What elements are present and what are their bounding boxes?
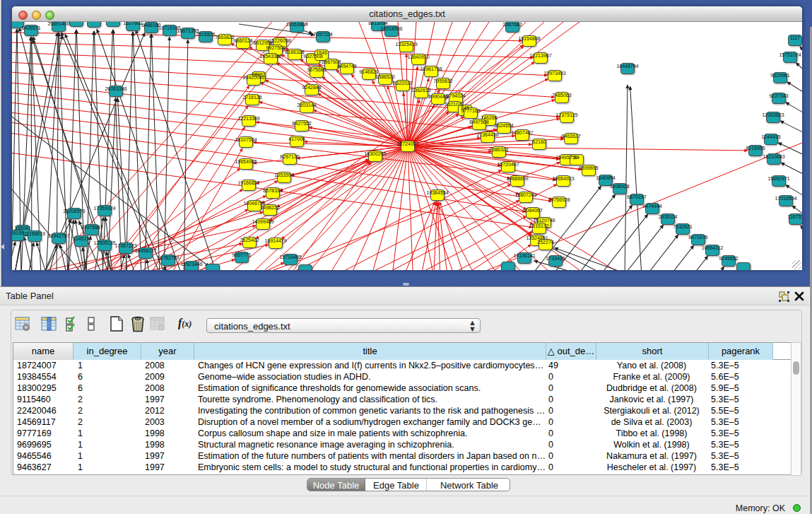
svg-text:7515526: 7515526 (196, 32, 215, 37)
svg-text:1362615: 1362615 (411, 88, 430, 93)
svg-text:3624554: 3624554 (494, 123, 513, 128)
svg-text:7632621: 7632621 (673, 224, 692, 229)
svg-text:9860124: 9860124 (233, 38, 252, 43)
svg-text:3084067: 3084067 (523, 208, 542, 213)
svg-text:16961758: 16961758 (420, 66, 442, 71)
svg-text:252274: 252274 (537, 240, 553, 245)
svg-text:1615132: 1615132 (529, 223, 548, 228)
svg-text:19654923: 19654923 (552, 176, 574, 181)
svg-text:7386322: 7386322 (489, 147, 508, 152)
svg-text:12942757: 12942757 (47, 233, 69, 238)
svg-text:12923446: 12923446 (180, 262, 202, 267)
svg-text:16210643: 16210643 (763, 154, 784, 159)
svg-text:10654112: 10654112 (702, 245, 724, 250)
svg-text:8990448: 8990448 (428, 94, 447, 99)
svg-text:8267130: 8267130 (280, 154, 299, 159)
svg-text:9329961: 9329961 (770, 73, 789, 78)
svg-text:3675685: 3675685 (307, 67, 326, 72)
svg-text:16107554: 16107554 (235, 137, 257, 142)
svg-text:12213369: 12213369 (237, 116, 259, 121)
svg-text:2687682: 2687682 (502, 22, 522, 27)
svg-text:10807487: 10807487 (511, 130, 533, 135)
svg-text:417006: 417006 (288, 136, 305, 141)
svg-text:13325419: 13325419 (395, 42, 417, 47)
svg-text:15692971: 15692971 (767, 176, 789, 181)
svg-text:19218506: 19218506 (380, 26, 402, 31)
svg-text:1353594: 1353594 (274, 173, 293, 177)
svg-text:6879197: 6879197 (627, 194, 646, 199)
svg-text:20206576: 20206576 (63, 209, 85, 214)
svg-text:7955812: 7955812 (433, 78, 452, 83)
svg-text:17016504: 17016504 (775, 196, 796, 201)
svg-text:21364436: 21364436 (476, 132, 498, 137)
svg-text:20691406: 20691406 (47, 22, 69, 26)
svg-text:1546: 1546 (316, 50, 327, 55)
svg-text:6497568: 6497568 (469, 119, 488, 124)
svg-text:18300295: 18300295 (364, 151, 386, 156)
svg-text:2718126: 2718126 (242, 95, 261, 100)
svg-text:16543382: 16543382 (259, 54, 281, 59)
svg-text:1640954: 1640954 (596, 175, 615, 180)
svg-text:15751024: 15751024 (779, 52, 801, 57)
svg-text:7663822: 7663822 (215, 35, 234, 40)
svg-text:6794024: 6794024 (446, 93, 465, 98)
svg-text:39159: 39159 (12, 230, 24, 235)
svg-text:8454749: 8454749 (337, 64, 356, 69)
svg-text:19384554: 19384554 (426, 190, 448, 195)
svg-text:1498222: 1498222 (260, 205, 279, 210)
svg-text:12213967: 12213967 (529, 53, 551, 58)
svg-text:1244415: 1244415 (761, 134, 780, 139)
svg-text:16120746: 16120746 (533, 218, 555, 223)
svg-text:9463627: 9463627 (561, 134, 580, 139)
svg-text:62160: 62160 (532, 139, 546, 144)
svg-text:10053809: 10053809 (286, 22, 307, 27)
svg-text:14099489: 14099489 (252, 219, 273, 224)
svg-text:7485063: 7485063 (552, 93, 571, 98)
svg-text:1588520: 1588520 (375, 74, 394, 79)
svg-text:26053346: 26053346 (105, 86, 126, 91)
svg-text:13640910: 13640910 (407, 54, 429, 59)
svg-text:64: 64 (574, 155, 579, 160)
svg-text:9245652: 9245652 (719, 256, 738, 261)
svg-text:30975867: 30975867 (81, 225, 102, 230)
svg-text:10958117: 10958117 (135, 248, 157, 253)
svg-text:5322037: 5322037 (393, 81, 412, 86)
svg-text:14136141: 14136141 (513, 253, 535, 258)
svg-text:335081: 335081 (14, 226, 30, 230)
svg-text:10973493: 10973493 (543, 71, 565, 76)
svg-text:23420046: 23420046 (242, 75, 264, 80)
svg-text:17957223: 17957223 (114, 243, 136, 248)
svg-text:16448794: 16448794 (616, 64, 638, 69)
svg-text:15716485: 15716485 (279, 255, 301, 259)
svg-text:116753: 116753 (788, 214, 802, 219)
svg-text:5938928: 5938928 (610, 184, 629, 189)
svg-text:17359924: 17359924 (93, 206, 115, 211)
svg-text:8813054: 8813054 (368, 22, 387, 25)
svg-text:19756928: 19756928 (548, 197, 570, 202)
svg-text:11156819: 11156819 (24, 231, 45, 236)
svg-text:2603144: 2603144 (297, 103, 316, 107)
svg-text:9146821: 9146821 (359, 69, 378, 74)
svg-text:8471676: 8471676 (688, 235, 707, 240)
svg-text:7625402: 7625402 (240, 238, 259, 243)
svg-text:1405571: 1405571 (21, 25, 40, 30)
svg-text:16782759: 16782759 (157, 255, 179, 260)
svg-text:18724007: 18724007 (396, 141, 418, 146)
svg-text:8578334: 8578334 (263, 188, 282, 193)
svg-text:9699695: 9699695 (579, 165, 598, 170)
svg-text:15720407: 15720407 (497, 162, 519, 167)
svg-text:9227343: 9227343 (769, 93, 788, 98)
svg-text:114519: 114519 (73, 236, 90, 241)
svg-text:15226058: 15226058 (269, 38, 290, 43)
svg-text:8215955: 8215955 (746, 146, 765, 151)
svg-text:1733426: 1733426 (546, 256, 565, 261)
svg-text:9777169: 9777169 (461, 108, 480, 113)
svg-text:16914479: 16914479 (264, 238, 286, 243)
svg-text:1527602: 1527602 (123, 22, 142, 25)
svg-text:9657771: 9657771 (232, 252, 251, 257)
svg-text:10688609: 10688609 (506, 176, 528, 181)
svg-text:1117: 1117 (790, 35, 801, 40)
svg-text:18807249: 18807249 (514, 192, 536, 197)
svg-text:12375125: 12375125 (555, 112, 577, 117)
svg-text:19654985: 19654985 (235, 159, 257, 164)
